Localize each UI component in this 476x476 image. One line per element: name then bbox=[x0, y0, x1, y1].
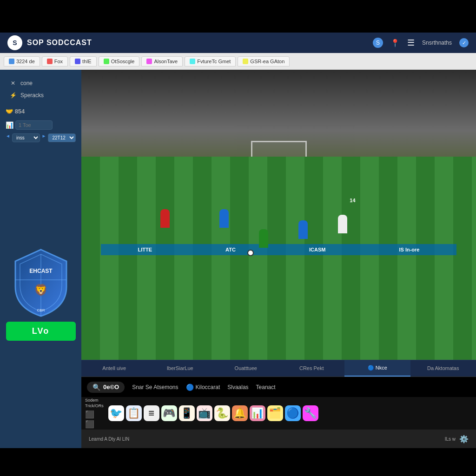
field-area bbox=[81, 157, 476, 360]
channel-icon-4[interactable]: 📱 bbox=[179, 405, 195, 421]
sidebar-select-2[interactable]: 22T12 bbox=[48, 133, 76, 142]
player-blue-2 bbox=[298, 220, 308, 239]
browser-tab-3[interactable]: OtSoscgle bbox=[99, 56, 140, 66]
channel-icon-7[interactable]: 🔔 bbox=[232, 405, 248, 421]
video-player[interactable]: LITTE ATC ICASM IS In-ore 14 bbox=[81, 70, 476, 360]
tab-label-2: thIE bbox=[82, 59, 92, 64]
channel-icon-img-0: 🐦 bbox=[110, 407, 122, 419]
app-title: SOP SODCCAST bbox=[27, 39, 92, 47]
browser-tab-4[interactable]: AlsonTave bbox=[141, 56, 183, 66]
channel-icon-11[interactable]: 🔧 bbox=[303, 405, 318, 421]
search-icon: 🔍 bbox=[93, 383, 100, 391]
tab-cres[interactable]: CRes Pekt bbox=[279, 360, 345, 377]
tab-da-label: Da Aktomatas bbox=[427, 365, 459, 371]
browser-tab-1[interactable]: Fox bbox=[42, 56, 68, 66]
sidebar-cone-label: cone bbox=[20, 80, 33, 86]
crowd-area bbox=[81, 70, 476, 171]
filter-label-4[interactable]: Teanact bbox=[256, 384, 276, 390]
tabs-bar: Antell uive IberSiarLue Ouatttuee CRes P… bbox=[81, 360, 476, 377]
tab-iber-label: IberSiarLue bbox=[167, 365, 193, 371]
tab-label-3: OtSoscgle bbox=[111, 59, 135, 64]
sidebar-item-cone[interactable]: ✕ cone bbox=[6, 77, 76, 89]
header-icon-pin[interactable]: 📍 bbox=[390, 39, 400, 47]
tab-favicon-2 bbox=[75, 59, 80, 64]
top-bar bbox=[0, 0, 476, 33]
channel-icon-2[interactable]: ≡ bbox=[144, 405, 159, 421]
player-red-1 bbox=[160, 209, 170, 228]
live-label: LVo bbox=[32, 326, 49, 336]
header-check-icon[interactable]: ✓ bbox=[459, 38, 469, 47]
channel-icon-1[interactable]: 📋 bbox=[126, 405, 142, 421]
tab-ouattt[interactable]: Ouatttuee bbox=[213, 360, 279, 377]
search-box[interactable]: 🔍 0e©O bbox=[87, 382, 125, 393]
input-icon: 📊 bbox=[6, 121, 13, 129]
app-logo: S bbox=[7, 35, 22, 50]
tab-favicon-6 bbox=[243, 59, 248, 64]
header-icon-s[interactable]: S bbox=[373, 38, 383, 48]
stats-icon: 🤝 bbox=[6, 108, 13, 115]
sidebar-arrow-left[interactable]: ◄ bbox=[6, 133, 10, 142]
action-bar-icon[interactable]: ⚙️ bbox=[459, 435, 469, 443]
sidebar-arrow-right[interactable]: ► bbox=[42, 133, 46, 142]
browser-tab-5[interactable]: FvtureTc Gmet bbox=[185, 56, 236, 66]
player-blue-1 bbox=[219, 209, 229, 228]
channel-icon-img-2: ≡ bbox=[148, 407, 154, 419]
soccer-ball bbox=[247, 250, 254, 256]
filter-label-3[interactable]: Slvaalas bbox=[227, 384, 248, 390]
channel-icon-5[interactable]: 📺 bbox=[197, 405, 212, 421]
filter-label-1[interactable]: Snar Se Atsemons bbox=[132, 384, 178, 390]
ad-text-1: LITTE bbox=[138, 247, 152, 252]
channel-icon-6[interactable]: 🐍 bbox=[214, 405, 230, 421]
sidebar-item-speracks[interactable]: ⚡ Speracks bbox=[6, 89, 76, 101]
channel-icon-10[interactable]: 🔵 bbox=[285, 405, 301, 421]
sidebar-icon-bottom-2[interactable]: ⬛ bbox=[85, 420, 104, 429]
browser-tab-0[interactable]: 3224 de bbox=[4, 56, 40, 66]
channel-icon-img-10: 🔵 bbox=[286, 407, 299, 419]
sidebar-input-field[interactable] bbox=[15, 120, 53, 130]
channel-icon-img-1: 📋 bbox=[127, 407, 140, 419]
player-white-1 bbox=[338, 215, 347, 233]
sidebar-icon-bottom-1[interactable]: ⬛ bbox=[85, 410, 104, 419]
action-bar-left: Learnd A Dty AI LIN bbox=[89, 436, 129, 442]
tab-label-5: FvtureTc Gmet bbox=[197, 59, 231, 64]
action-bar-right-text: ILs w bbox=[445, 436, 456, 442]
filter-icon-2: 🔵 bbox=[186, 383, 194, 391]
browser-tab-2[interactable]: thIE bbox=[70, 56, 97, 66]
action-bar-right: ILs w ⚙️ bbox=[445, 435, 469, 443]
sidebar-stats: 🤝 854 bbox=[0, 104, 81, 119]
tab-favicon-1 bbox=[47, 59, 53, 64]
tab-favicon-4 bbox=[146, 59, 152, 64]
player-green-gk bbox=[259, 229, 268, 248]
sidebar-select-row: ◄ inss ► 22T12 bbox=[0, 132, 81, 144]
header-left: S SOP SODCCAST bbox=[7, 35, 92, 50]
player-number: 14 bbox=[350, 198, 355, 203]
header-subscription-label[interactable]: Snsrthnaths bbox=[422, 40, 452, 46]
tab-da-aktomatas[interactable]: Da Aktomatas bbox=[410, 360, 476, 377]
video-container: LITTE ATC ICASM IS In-ore 14 bbox=[81, 70, 476, 448]
channel-icon-8[interactable]: 📊 bbox=[250, 405, 265, 421]
live-button[interactable]: LVo bbox=[6, 322, 76, 341]
channel-icon-img-4: 📱 bbox=[180, 407, 193, 419]
channel-icon-img-5: 📺 bbox=[198, 407, 211, 419]
channel-icon-img-11: 🔧 bbox=[304, 407, 317, 419]
channel-icon-9[interactable]: 🗂️ bbox=[267, 405, 283, 421]
tab-nkce-label: 🔵 Nkce bbox=[368, 365, 387, 371]
tab-label-6: GSR-ea GAton bbox=[250, 59, 284, 64]
ad-banner-strip: LITTE ATC ICASM IS In-ore bbox=[101, 244, 456, 255]
close-icon: ✕ bbox=[9, 79, 17, 87]
tab-iber[interactable]: IberSiarLue bbox=[147, 360, 213, 377]
stats-value: 854 bbox=[15, 108, 25, 115]
svg-text:EHCAST: EHCAST bbox=[29, 268, 53, 274]
tab-nkce[interactable]: 🔵 Nkce bbox=[344, 360, 410, 377]
browser-tab-6[interactable]: GSR-ea GAton bbox=[238, 56, 290, 66]
tab-antell[interactable]: Antell uive bbox=[81, 360, 147, 377]
tab-favicon-3 bbox=[104, 59, 109, 64]
channel-group-name: Sodem bbox=[85, 398, 104, 403]
header-menu-icon[interactable]: ☰ bbox=[407, 38, 415, 48]
filter-group-2[interactable]: 🔵 Kiloccarat bbox=[186, 383, 220, 391]
tab-antell-label: Antell uive bbox=[102, 365, 126, 371]
channels-bar: Sodem Trick/ORs ⬛ ⬛ 🐦 📋 ≡ 🎮 bbox=[81, 397, 476, 430]
channel-icon-0[interactable]: 🐦 bbox=[108, 405, 124, 421]
channel-icon-3[interactable]: 🎮 bbox=[161, 405, 177, 421]
sidebar-select-1[interactable]: inss bbox=[12, 133, 40, 142]
